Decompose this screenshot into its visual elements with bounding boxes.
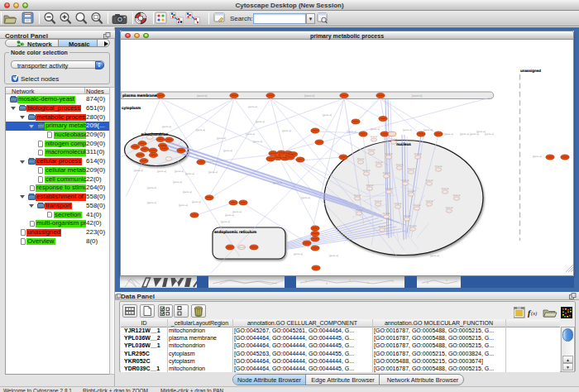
svg-text:[gene a]: [gene a] [175, 170, 184, 173]
svg-text:[gene a]: [gene a] [162, 125, 171, 128]
svg-text:[gene a]: [gene a] [485, 132, 494, 136]
svg-text:[prot a]: [prot a] [385, 187, 393, 190]
svg-text:[gene a]: [gene a] [196, 128, 205, 131]
svg-text:[prot a]: [prot a] [383, 212, 390, 215]
svg-text:[prot a]: [prot a] [446, 206, 453, 209]
svg-text:[sec1]: [sec1] [238, 246, 245, 249]
svg-text:[gene a]: [gene a] [208, 170, 218, 174]
svg-text:[prot a]: [prot a] [354, 194, 361, 197]
svg-text:[gene a]: [gene a] [217, 136, 226, 140]
svg-text:cytoplasm: cytoplasm [122, 106, 141, 110]
svg-text:[gene a]: [gene a] [460, 132, 469, 136]
svg-text:[prot a]: [prot a] [426, 199, 433, 203]
svg-text:[prot a]: [prot a] [390, 137, 398, 141]
svg-text:[gene a]: [gene a] [423, 128, 433, 131]
svg-text:[gene a]: [gene a] [329, 254, 338, 257]
svg-text:[mem b]: [mem b] [304, 94, 314, 98]
svg-text:[prot a]: [prot a] [426, 179, 433, 182]
svg-text:[mem b]: [mem b] [197, 94, 207, 98]
svg-text:[prot a]: [prot a] [409, 224, 417, 227]
svg-text:[prot a]: [prot a] [383, 171, 390, 174]
svg-text:[prot a]: [prot a] [363, 169, 371, 172]
svg-text:unassigned: unassigned [520, 69, 541, 73]
svg-text:[prot a]: [prot a] [402, 179, 409, 182]
svg-text:[gene a]: [gene a] [301, 196, 310, 199]
svg-text:endoplasmic reticulum: endoplasmic reticulum [214, 230, 256, 234]
svg-text:plasma membrane: plasma membrane [122, 93, 157, 98]
svg-text:[gene a]: [gene a] [470, 132, 479, 136]
svg-text:[prot a]: [prot a] [371, 135, 378, 138]
svg-text:mitochondrion: mitochondrion [141, 132, 169, 136]
svg-text:[prot a]: [prot a] [375, 199, 382, 203]
svg-text:[gene a]: [gene a] [173, 180, 182, 184]
svg-text:[prot a]: [prot a] [368, 148, 376, 151]
svg-text:[gene a]: [gene a] [221, 220, 230, 223]
svg-text:[prot a]: [prot a] [408, 189, 415, 193]
svg-text:[gene a]: [gene a] [430, 254, 439, 257]
svg-text:[gene a]: [gene a] [323, 113, 332, 117]
svg-text:[gene a]: [gene a] [223, 149, 232, 152]
svg-text:(x): (x) [531, 310, 537, 317]
svg-text:[gene a]: [gene a] [179, 203, 188, 207]
svg-text:[gene a]: [gene a] [403, 128, 412, 131]
svg-text:[prot a]: [prot a] [357, 157, 365, 160]
svg-text:[prot a]: [prot a] [376, 160, 383, 164]
svg-text:[gene a]: [gene a] [273, 181, 282, 184]
svg-text:[gene a]: [gene a] [444, 132, 453, 136]
svg-text:[prot a]: [prot a] [366, 184, 374, 187]
svg-text:[prot a]: [prot a] [453, 194, 461, 197]
svg-text:[gene a]: [gene a] [147, 201, 156, 204]
svg-text:[prot a]: [prot a] [379, 225, 386, 228]
svg-text:[gene a]: [gene a] [282, 129, 291, 132]
svg-text:[gene a]: [gene a] [246, 132, 255, 136]
svg-text:[gene a]: [gene a] [371, 127, 380, 131]
svg-text:[gene a]: [gene a] [294, 252, 303, 256]
svg-text:[gene a]: [gene a] [157, 170, 166, 173]
svg-text:[prot a]: [prot a] [408, 167, 415, 170]
svg-text:[gene a]: [gene a] [185, 172, 194, 175]
svg-text:[prot a]: [prot a] [442, 187, 449, 190]
svg-text:[prot a]: [prot a] [414, 203, 421, 207]
svg-text:[gene a]: [gene a] [533, 155, 542, 158]
svg-text:[gene a]: [gene a] [256, 120, 265, 123]
svg-text:[prot a]: [prot a] [435, 165, 443, 168]
svg-text:[mem b]: [mem b] [412, 94, 422, 98]
svg-text:[prot a]: [prot a] [385, 152, 393, 155]
svg-text:[gene a]: [gene a] [192, 200, 201, 203]
svg-text:[gene a]: [gene a] [347, 130, 356, 133]
svg-text:[gene a]: [gene a] [147, 186, 156, 189]
svg-text:[prot a]: [prot a] [414, 152, 422, 155]
svg-text:[prot a]: [prot a] [395, 202, 402, 205]
svg-text:[prot a]: [prot a] [404, 214, 411, 218]
svg-text:[gene a]: [gene a] [225, 213, 234, 217]
svg-text:[prot a]: [prot a] [356, 208, 363, 212]
svg-text:[gene a]: [gene a] [134, 169, 143, 172]
svg-text:[gene a]: [gene a] [253, 140, 262, 143]
svg-text:nucleus: nucleus [396, 142, 411, 146]
svg-text:[gene a]: [gene a] [183, 190, 192, 194]
svg-text:[prot a]: [prot a] [396, 163, 404, 166]
svg-text:[gene a]: [gene a] [248, 105, 257, 108]
